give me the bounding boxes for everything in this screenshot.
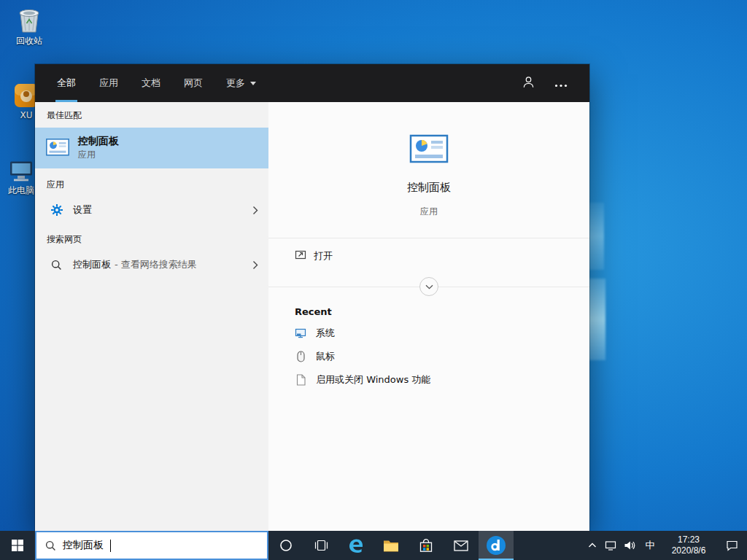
search-flyout: 全部 应用 文档 网页 更多: [35, 64, 589, 531]
clock-time: 17:23: [678, 534, 700, 545]
microsoft-store-button[interactable]: [409, 531, 444, 560]
ime-label: 中: [646, 539, 655, 552]
mail-icon: [454, 540, 468, 551]
tab-label: 全部: [57, 77, 76, 90]
text-cursor: [110, 540, 111, 552]
network-status-button[interactable]: [601, 531, 620, 560]
control-panel-icon-large: [409, 130, 449, 171]
open-icon: [295, 249, 306, 262]
desktop-icon-label: 回收站: [3, 36, 55, 46]
result-label: 控制面板: [73, 258, 111, 271]
search-results-pane: 最佳匹配 控制面板 应用 应用: [35, 102, 268, 531]
windows-logo-icon: [12, 540, 23, 551]
search-icon: [51, 260, 73, 271]
search-filter-bar: 全部 应用 文档 网页 更多: [35, 64, 589, 102]
recent-header: Recent: [295, 306, 332, 317]
open-action[interactable]: 打开: [268, 238, 589, 273]
chevron-right-icon[interactable]: [252, 260, 258, 270]
clock-date: 2020/8/6: [672, 545, 706, 556]
tab-documents[interactable]: 文档: [140, 64, 162, 102]
mail-button[interactable]: [444, 531, 479, 560]
tab-apps[interactable]: 应用: [98, 64, 120, 102]
action-center-button[interactable]: [716, 531, 747, 560]
expand-section: [268, 276, 589, 298]
apps-section-header: 应用: [35, 168, 268, 197]
taskbar: 控制面板: [0, 531, 747, 560]
tab-web[interactable]: 网页: [182, 64, 204, 102]
chevron-down-icon: [250, 82, 256, 85]
action-center-icon: [726, 540, 738, 551]
cortana-button[interactable]: [268, 531, 303, 560]
folder-icon: [383, 540, 399, 552]
expand-button[interactable]: [419, 277, 438, 296]
result-title: 控制面板: [78, 135, 119, 147]
network-icon: [605, 540, 616, 551]
recent-item-mouse[interactable]: 鼠标: [268, 345, 589, 368]
cortana-icon: [279, 539, 293, 552]
search-preview-pane: 控制面板 应用 打开 Re: [268, 102, 589, 531]
recycle-bin-icon: [3, 6, 55, 34]
driver-app-button[interactable]: [479, 531, 514, 560]
recent-item-windows-features[interactable]: 启用或关闭 Windows 功能: [268, 368, 589, 392]
web-section-header: 搜索网页: [35, 223, 268, 252]
taskbar-search-input[interactable]: 控制面板: [35, 531, 268, 560]
tab-label: 网页: [184, 77, 203, 90]
document-icon: [295, 374, 306, 386]
chevron-up-icon: [588, 542, 597, 548]
system-tray: 中 17:23 2020/8/6: [584, 531, 747, 560]
tab-all[interactable]: 全部: [55, 64, 77, 102]
result-web-search[interactable]: 控制面板 - 查看网络搜索结果: [35, 252, 268, 278]
ime-indicator[interactable]: 中: [639, 531, 661, 560]
search-tabs: 全部 应用 文档 网页 更多: [55, 64, 258, 102]
tab-more[interactable]: 更多: [225, 64, 258, 102]
preview-app-title: 控制面板: [407, 181, 451, 195]
mouse-icon: [295, 351, 306, 362]
gear-icon: [51, 204, 73, 216]
result-label: 设置: [73, 203, 92, 217]
driver-app-icon: [487, 536, 506, 555]
preview-app-subtitle: 应用: [420, 206, 438, 218]
chevron-right-icon[interactable]: [252, 206, 258, 215]
result-control-panel[interactable]: 控制面板 应用: [35, 128, 268, 168]
result-settings[interactable]: 设置: [35, 197, 268, 223]
recent-item-label: 系统: [316, 327, 335, 340]
tray-overflow-button[interactable]: [584, 531, 601, 560]
file-explorer-button[interactable]: [374, 531, 409, 560]
clock[interactable]: 17:23 2020/8/6: [661, 531, 716, 560]
tab-label: 更多: [226, 77, 245, 90]
best-match-header: 最佳匹配: [35, 102, 268, 128]
speaker-icon: [624, 540, 635, 551]
task-view-button[interactable]: [303, 531, 338, 560]
edge-browser-button[interactable]: [338, 531, 374, 560]
volume-button[interactable]: [620, 531, 639, 560]
search-query-text: 控制面板: [63, 539, 104, 552]
search-icon: [45, 540, 56, 551]
tab-label: 应用: [99, 77, 118, 90]
store-icon: [419, 539, 433, 553]
open-label: 打开: [314, 249, 333, 262]
recent-item-label: 启用或关闭 Windows 功能: [316, 373, 430, 386]
result-label-suffix: - 查看网络搜索结果: [115, 258, 197, 271]
user-account-icon[interactable]: [522, 75, 535, 92]
chevron-down-icon: [425, 284, 433, 289]
tab-label: 文档: [142, 77, 160, 90]
result-subtitle: 应用: [78, 149, 119, 161]
recent-item-system[interactable]: 系统: [268, 322, 589, 345]
edge-icon: [347, 537, 365, 554]
desktop-icon-recycle-bin[interactable]: 回收站: [3, 6, 55, 46]
system-monitor-icon: [295, 327, 306, 339]
recent-item-label: 鼠标: [316, 350, 335, 363]
control-panel-icon: [45, 136, 70, 160]
options-ellipsis-icon[interactable]: [554, 77, 568, 90]
start-button[interactable]: [0, 531, 35, 560]
task-view-icon: [314, 540, 328, 551]
